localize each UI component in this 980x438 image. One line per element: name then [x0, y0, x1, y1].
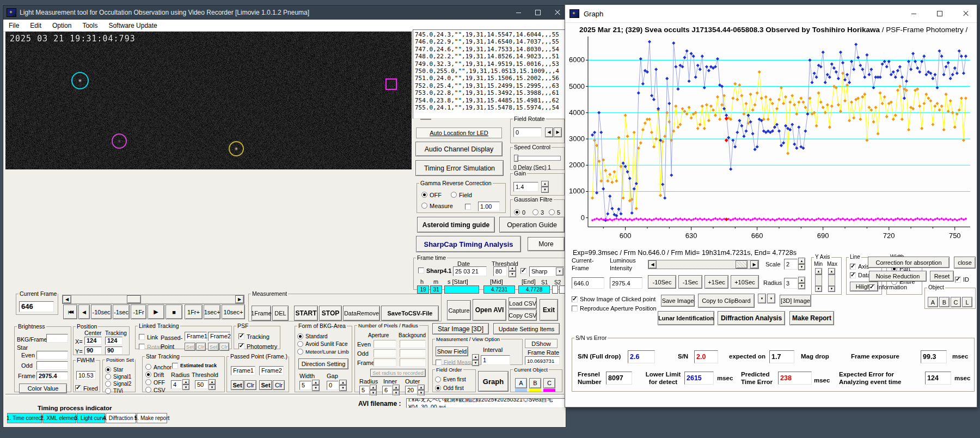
- menu-option[interactable]: Option: [47, 21, 77, 31]
- plus-10sec-button[interactable]: 10sec+: [222, 305, 245, 319]
- passed-frame1-field[interactable]: Frame1: [231, 366, 255, 375]
- gamma-measure-radio[interactable]: Measure: [421, 203, 453, 209]
- show-image-checkbox[interactable]: Show Image of Clicked point: [572, 296, 656, 302]
- bkg-avoid-radio[interactable]: Avoid Sunlit Face: [297, 341, 348, 347]
- gain-spinner[interactable]: [541, 181, 549, 193]
- line-data-checkbox[interactable]: Data: [850, 272, 871, 278]
- graph-scrollbar-left-icon[interactable]: [648, 260, 657, 269]
- tracking-radius-field[interactable]: 4: [171, 380, 182, 389]
- gamma-off-radio[interactable]: OFF: [421, 192, 442, 198]
- passed-clr1-button[interactable]: Clr: [244, 380, 256, 390]
- data-remove-button[interactable]: DataRemove: [343, 306, 380, 321]
- color-value-button[interactable]: Color Value: [19, 384, 67, 393]
- bkg-width-field[interactable]: 5: [299, 381, 311, 390]
- asteroid-timing-guide-button[interactable]: Asteroid timing guide: [417, 217, 495, 233]
- plus-1sec-graph-button[interactable]: +1Sec: [705, 275, 728, 289]
- list-row[interactable]: 745.0,24.3,"",19,31,14.5547,14.6044,,,55: [415, 31, 566, 38]
- star-image-3d-button[interactable]: Star Image [3D]: [432, 323, 489, 334]
- timing-error-simulation-button[interactable]: Timing Error Simulation: [415, 160, 504, 176]
- object-b-graph-button[interactable]: B: [939, 297, 950, 307]
- graph-minimize-button[interactable]: [903, 7, 924, 20]
- threshold-spinner[interactable]: [509, 265, 516, 277]
- exit-button[interactable]: Exit: [540, 299, 558, 321]
- threshold-field[interactable]: 80: [493, 266, 507, 276]
- one-frame-button[interactable]: 1Frame: [252, 306, 271, 321]
- odd-aperture-field[interactable]: [373, 349, 396, 357]
- plus-1sec-button[interactable]: 1sec+: [204, 305, 220, 319]
- off-radio[interactable]: OFF: [145, 379, 165, 386]
- odd-field[interactable]: [36, 361, 68, 370]
- menu-software-update[interactable]: Software Update: [103, 21, 162, 31]
- current-frame-field[interactable]: 646: [19, 301, 54, 312]
- graph-titlebar[interactable]: Graph: [565, 5, 977, 23]
- clipboard-dropdown-1-icon[interactable]: [758, 294, 766, 303]
- minimize-button[interactable]: [510, 8, 526, 17]
- open-avi-button[interactable]: Open AVI: [473, 299, 506, 321]
- frame-brightness-field[interactable]: 2975.4: [36, 372, 68, 380]
- lunar-identification-button[interactable]: Lunar Identification: [658, 311, 714, 325]
- list-row[interactable]: 754.0,23.8,"",19,31,15.4485,15.4981,,,62: [415, 97, 566, 104]
- fwhm-field[interactable]: 10.53: [76, 371, 96, 380]
- sharp41-checkbox[interactable]: Sharp4.1: [418, 267, 451, 274]
- menu-tools[interactable]: Tools: [77, 21, 103, 31]
- gamma-apply-checkbox[interactable]: [465, 204, 471, 210]
- gw-current-frame-field[interactable]: 646.0: [572, 277, 604, 289]
- menu-file[interactable]: File: [3, 21, 24, 31]
- passed-set2-button[interactable]: Set: [259, 380, 272, 390]
- object-a-button[interactable]: A: [515, 378, 527, 388]
- frame-scrollbar-right-icon[interactable]: [235, 295, 244, 303]
- close-button[interactable]: [549, 8, 566, 17]
- scale-field[interactable]: 2: [784, 259, 798, 270]
- bkg-meteor-radio[interactable]: Meteor/Lunar Limb: [297, 349, 349, 355]
- sharp-dropdown[interactable]: Sharp: [529, 266, 564, 277]
- splitter-handle[interactable]: [420, 119, 431, 120]
- plus-1frame-button[interactable]: 1Fr+: [185, 305, 203, 319]
- frame-rate-field[interactable]: 10.0693731: [525, 356, 560, 365]
- pixels-outer-field[interactable]: 20: [405, 386, 417, 395]
- frame-exposure-field[interactable]: 99.3: [921, 350, 947, 363]
- gaussian-5-radio[interactable]: 5: [549, 209, 560, 216]
- even-first-radio[interactable]: Even first: [435, 376, 466, 382]
- passed-set1-button[interactable]: Set: [231, 380, 244, 390]
- x-tracking-field[interactable]: 124: [105, 337, 122, 345]
- video-frame[interactable]: 2025 03 21 19:31:04:793: [5, 32, 412, 169]
- scale-spinner[interactable]: [798, 258, 805, 270]
- set-radius-to-recorded-button[interactable]: Set radius to recorded: [370, 369, 426, 377]
- auto-location-led-button[interactable]: Auto Location for LED: [416, 127, 502, 138]
- y-axis-max-scrollbar[interactable]: [828, 268, 835, 292]
- expected-field[interactable]: 1.7: [769, 350, 794, 363]
- start-seconds-field[interactable]: [444, 285, 479, 294]
- maximize-button[interactable]: [530, 8, 546, 17]
- interval-spinner[interactable]: [472, 354, 479, 366]
- save-image-button[interactable]: Save Image: [661, 295, 695, 307]
- measurement-data-list[interactable]: 745.0,24.3,"",19,31,14.5547,14.6044,,,55…: [413, 29, 568, 119]
- field-rotate-right-button[interactable]: [554, 127, 562, 137]
- list-row[interactable]: 753.0,22.8,"",19,31,15.3492,15.3988,,,61: [415, 89, 566, 96]
- pixels-inner-field[interactable]: 6: [382, 386, 392, 395]
- speed-slider-track[interactable]: [514, 156, 561, 161]
- graph-scrollbar[interactable]: [648, 260, 759, 269]
- make-report-button[interactable]: Make Report: [789, 311, 834, 325]
- gaussian-0-radio[interactable]: 0: [514, 209, 525, 216]
- list-row[interactable]: 746.0,22.9,"",19,31,14.6540,14.7037,,,55: [415, 38, 566, 45]
- speed-slider-thumb[interactable]: [514, 155, 518, 162]
- minus-1sec-button[interactable]: -1sec: [113, 305, 130, 319]
- radius-graph-spinner[interactable]: [798, 277, 805, 289]
- list-row[interactable]: 750.0,255.0,"",19,31,15.0513,15.1009,,,4: [415, 68, 566, 75]
- graph-button[interactable]: Graph: [478, 371, 509, 392]
- even-aperture-field[interactable]: [373, 340, 396, 348]
- sharpcap-timing-analysis-button[interactable]: SharpCap Timing Analysis: [416, 236, 521, 252]
- gw-luminous-field[interactable]: 2975.4: [610, 277, 642, 289]
- linked-frame2-field[interactable]: Frame2: [208, 332, 230, 341]
- odd-background-field[interactable]: [400, 349, 426, 357]
- capture-button[interactable]: Capture: [447, 300, 471, 320]
- dshow-button[interactable]: DShow: [525, 339, 558, 348]
- linked-set1-button[interactable]: Set: [185, 343, 195, 351]
- list-row[interactable]: 751.0,24.0,"",19,31,15.1506,15.2002,,,56: [415, 75, 566, 82]
- graph-scrollbar-thumb[interactable]: [736, 260, 748, 269]
- operation-guide-button[interactable]: Operation Guide: [499, 217, 565, 233]
- clipboard-dropdown-2-icon[interactable]: [767, 294, 775, 303]
- posset-star-radio[interactable]: Star: [105, 367, 123, 373]
- sharp-dropdown-arrow-icon[interactable]: [556, 267, 564, 276]
- csv-radio[interactable]: CSV: [145, 387, 166, 393]
